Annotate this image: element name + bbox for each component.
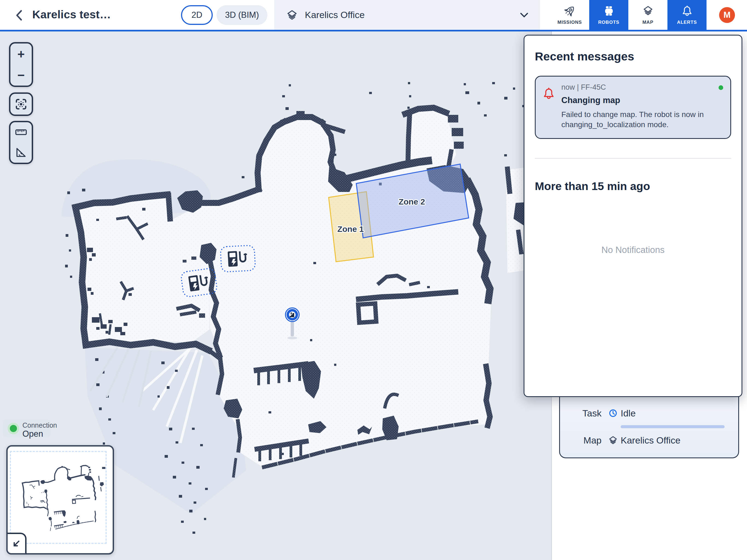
- chevron-down-icon: [518, 9, 530, 21]
- robot-status-card[interactable]: Task Idle Map Karelics Office: [559, 388, 739, 458]
- tab-robots[interactable]: ROBOTS: [589, 0, 628, 30]
- bell-icon: [681, 5, 693, 17]
- connection-ok-dot: [10, 425, 17, 432]
- no-notifications-text: No Notifications: [535, 245, 731, 255]
- minimap-thumbnail: [14, 462, 109, 538]
- focus-icon: [15, 98, 27, 110]
- robot-icon: [603, 5, 615, 17]
- map-value: Karelics Office: [621, 435, 738, 446]
- measure-tools: [9, 121, 33, 164]
- zone-2-label: Zone 2: [398, 197, 425, 206]
- connection-value: Open: [22, 429, 43, 439]
- task-label: Task: [583, 408, 606, 418]
- notification-title: Changing map: [561, 96, 714, 105]
- view-toggle-3d[interactable]: 3D (BIM): [216, 5, 267, 25]
- recenter-button[interactable]: [9, 93, 33, 116]
- tab-missions-label: MISSIONS: [558, 20, 582, 25]
- ruler-tool-button[interactable]: [10, 122, 32, 143]
- back-button[interactable]: [13, 9, 26, 22]
- ruler-icon: [15, 126, 27, 138]
- clock-icon: [608, 408, 618, 418]
- tab-alerts[interactable]: ALERTS: [667, 0, 706, 30]
- notification-meta: now | FF-45C: [561, 83, 714, 92]
- chevron-left-icon: [13, 9, 26, 22]
- notification-body: Failed to change map. The robot is now i…: [561, 110, 714, 130]
- alert-bell-icon: [542, 87, 557, 100]
- connection-label: Connection: [22, 422, 57, 429]
- minimap-collapse-button[interactable]: [6, 533, 27, 555]
- header-accent-bar: [0, 30, 747, 31]
- map-selector-value: Karelics Office: [305, 9, 365, 20]
- layers-icon: [642, 5, 654, 17]
- arrow-southwest-icon: [11, 538, 22, 549]
- tab-missions[interactable]: MISSIONS: [550, 0, 589, 30]
- zoom-in-button[interactable]: +: [10, 44, 32, 65]
- avatar[interactable]: M: [719, 7, 735, 23]
- view-toggle-2d[interactable]: 2D: [181, 5, 213, 25]
- layers-icon: [286, 9, 298, 21]
- zone-1-label: Zone 1: [337, 225, 364, 233]
- notification-card[interactable]: now | FF-45C Changing map Failed to chan…: [535, 76, 731, 139]
- set-square-icon: [15, 147, 27, 159]
- tab-map-label: MAP: [642, 20, 653, 25]
- page-title: Karelics test…: [32, 8, 111, 21]
- tab-map[interactable]: MAP: [628, 0, 667, 30]
- connection-status: Connection Open: [3, 419, 51, 437]
- top-bar: Karelics test… 2D 3D (BIM) Karelics Offi…: [0, 0, 747, 31]
- panel-title: Recent messages: [535, 50, 731, 63]
- map-label: Map: [584, 435, 606, 446]
- angle-tool-button[interactable]: [10, 143, 32, 163]
- rocket-icon: [564, 5, 576, 17]
- panel-section-label: More than 15 min ago: [535, 180, 731, 193]
- tab-robots-label: ROBOTS: [598, 20, 620, 25]
- minimap[interactable]: [6, 445, 114, 555]
- unread-dot: [719, 85, 723, 90]
- panel-divider: [535, 158, 731, 159]
- zoom-controls: + −: [9, 42, 33, 87]
- tab-alerts-label: ALERTS: [677, 20, 697, 25]
- zoom-out-button[interactable]: −: [10, 65, 32, 85]
- nav-tabs: MISSIONS ROBOTS: [550, 0, 706, 30]
- notifications-panel: Recent messages now | FF-45C Changing ma…: [524, 35, 742, 397]
- task-progress-bar: [621, 425, 725, 428]
- map-selector-dropdown[interactable]: Karelics Office: [274, 0, 540, 30]
- task-value: Idle: [621, 408, 738, 418]
- layers-icon: [608, 435, 618, 446]
